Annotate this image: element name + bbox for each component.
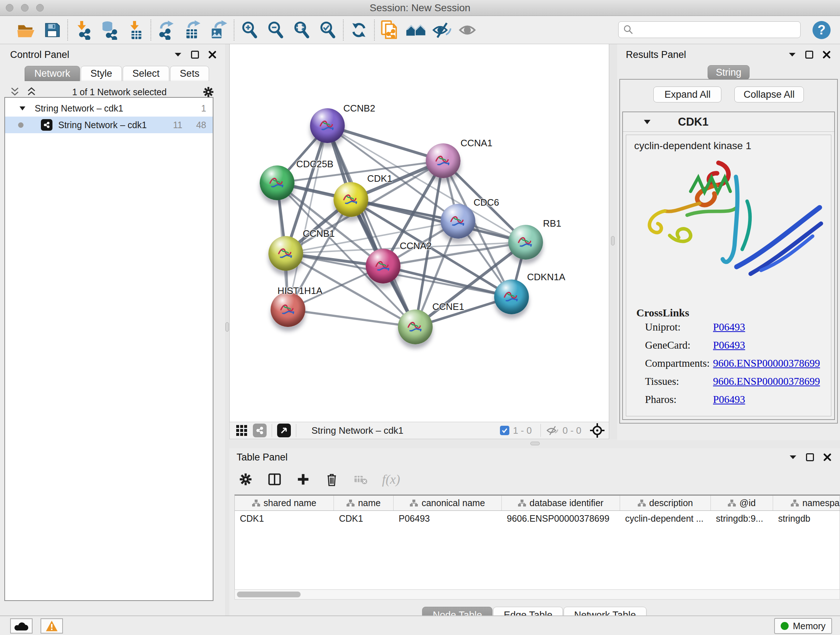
selected-checkbox-icon[interactable] [500, 426, 509, 435]
open-session-button[interactable] [13, 19, 39, 42]
export-table-button[interactable] [180, 19, 205, 42]
crosslink-uniprot--link[interactable]: P06493 [713, 321, 745, 333]
zoom-selected-button[interactable] [315, 19, 341, 42]
minimize-window-button[interactable] [21, 4, 28, 11]
edge-CCNB2-CCNA1[interactable] [327, 126, 443, 161]
zoom-window-button[interactable] [36, 4, 44, 11]
close-panel-icon[interactable] [823, 453, 831, 461]
import-table-file-button[interactable] [122, 19, 148, 42]
column-header-namespace[interactable]: namespace [773, 496, 840, 510]
edge-HIST1H1A-CCNE1[interactable] [288, 310, 415, 327]
import-network-file-button[interactable] [70, 19, 96, 42]
tab-network[interactable]: Network [25, 66, 80, 81]
bottom-splitter-handle[interactable] [531, 442, 540, 445]
crosslink-compartments--link[interactable]: 9606.ENSP00000378699 [713, 357, 820, 369]
column-header-name[interactable]: name [334, 496, 393, 510]
zoom-in-button[interactable] [237, 19, 263, 42]
tab-select[interactable]: Select [123, 66, 169, 81]
help-button[interactable]: ? [813, 21, 831, 39]
tab-style[interactable]: Style [81, 66, 122, 81]
save-session-button[interactable] [39, 19, 65, 42]
zoom-out-button[interactable] [263, 19, 289, 42]
grid-view-icon[interactable] [235, 424, 248, 437]
birdseye-view-button[interactable] [277, 424, 291, 437]
refresh-button[interactable] [346, 19, 372, 42]
fit-content-crosshair-icon[interactable] [589, 423, 605, 439]
column-type-icon [410, 499, 418, 507]
network-row[interactable]: String Network – cdk1 11 48 [5, 117, 213, 133]
right-splitter-handle[interactable] [611, 236, 615, 245]
node-CCNA2[interactable] [366, 249, 401, 283]
share-icon [256, 426, 264, 435]
import-network-database-button[interactable] [96, 19, 122, 42]
node-CDC25B[interactable] [260, 165, 294, 200]
float-panel-icon[interactable] [191, 51, 199, 59]
close-panel-icon[interactable] [208, 51, 216, 59]
left-splitter-handle[interactable] [225, 322, 229, 332]
node-CDC6[interactable] [441, 204, 475, 239]
delete-column-trash-icon[interactable] [324, 472, 339, 487]
close-panel-icon[interactable] [823, 51, 831, 59]
float-panel-icon[interactable] [805, 51, 813, 59]
collapse-all-icon[interactable] [9, 87, 20, 97]
crosslink-pharos--link[interactable]: P06493 [713, 394, 745, 405]
hide-selected-button[interactable] [429, 19, 455, 42]
protein-structure-thumb [513, 231, 536, 252]
network-collection-row[interactable]: String Network – cdk1 1 [5, 100, 213, 117]
node-CCNE1[interactable] [398, 310, 433, 344]
share-view-button[interactable] [253, 424, 267, 437]
bottom-splitter[interactable] [229, 439, 840, 448]
expand-all-button[interactable]: Expand All [653, 87, 722, 103]
search-input[interactable] [638, 24, 793, 35]
tree-expand-icon[interactable] [19, 106, 25, 111]
node-CCNB2[interactable] [310, 108, 345, 143]
node-CDK1[interactable] [333, 182, 368, 217]
panel-menu-icon[interactable] [789, 52, 796, 57]
tab-sets[interactable]: Sets [170, 66, 209, 81]
right-splitter[interactable] [609, 44, 617, 439]
close-window-button[interactable] [6, 4, 13, 11]
cloud-status-button[interactable] [10, 618, 33, 633]
network-view[interactable]: CCNB2CCNA1CDC25BCDK1CDC6RB1CCNB1CCNA2CDK… [229, 44, 609, 422]
export-image-button[interactable] [205, 19, 232, 42]
column-header-description[interactable]: description [620, 496, 711, 510]
node-RB1[interactable] [508, 225, 543, 260]
collapse-all-button[interactable]: Collapse All [734, 87, 804, 103]
float-panel-icon[interactable] [806, 453, 814, 461]
export-network-button[interactable] [153, 19, 180, 42]
section-collapse-icon[interactable] [644, 120, 651, 124]
column-type-icon [252, 499, 260, 507]
column-header--id[interactable]: @id [711, 496, 773, 510]
left-splitter[interactable] [225, 44, 229, 616]
crosslink-tissues--link[interactable]: 9606.ENSP00000378699 [713, 375, 820, 387]
zoom-fit-button[interactable] [289, 19, 315, 42]
memory-button[interactable]: Memory [774, 618, 832, 634]
table-row[interactable]: CDK1CDK1P064939606.ENSP00000378699cyclin… [235, 511, 840, 526]
gene-section-header[interactable]: CDK1 [623, 112, 834, 132]
search-field[interactable] [618, 21, 801, 38]
show-columns-icon[interactable] [267, 472, 282, 487]
show-all-button[interactable] [455, 19, 481, 42]
table-horizontal-scrollbar[interactable] [234, 589, 840, 600]
warnings-button[interactable] [41, 618, 63, 633]
first-neighbors-button[interactable] [403, 19, 429, 42]
node-CCNB1[interactable] [268, 236, 303, 271]
column-header-database-identifier[interactable]: database identifier [502, 496, 620, 510]
table-options-gear-icon[interactable] [238, 472, 253, 487]
edge-CCNB2-CCNE1[interactable] [327, 126, 415, 327]
add-column-icon[interactable] [296, 472, 310, 486]
column-header-shared-name[interactable]: shared name [235, 496, 334, 510]
node-HIST1H1A[interactable] [271, 292, 305, 327]
panel-menu-icon[interactable] [789, 455, 797, 459]
cloud-icon [14, 621, 28, 631]
node-CCNA1[interactable] [426, 143, 461, 178]
expand-all-icon[interactable] [26, 87, 37, 97]
column-header-canonical-name[interactable]: canonical name [393, 496, 502, 510]
tab-string[interactable]: String [707, 65, 750, 80]
network-options-gear-icon[interactable] [202, 86, 215, 98]
panel-menu-icon[interactable] [174, 52, 182, 57]
copy-network-button[interactable] [377, 19, 403, 42]
crosslink-genecard--link[interactable]: P06493 [713, 339, 745, 351]
node-CDKN1A[interactable] [494, 279, 529, 314]
scrollbar-thumb[interactable] [237, 592, 301, 597]
